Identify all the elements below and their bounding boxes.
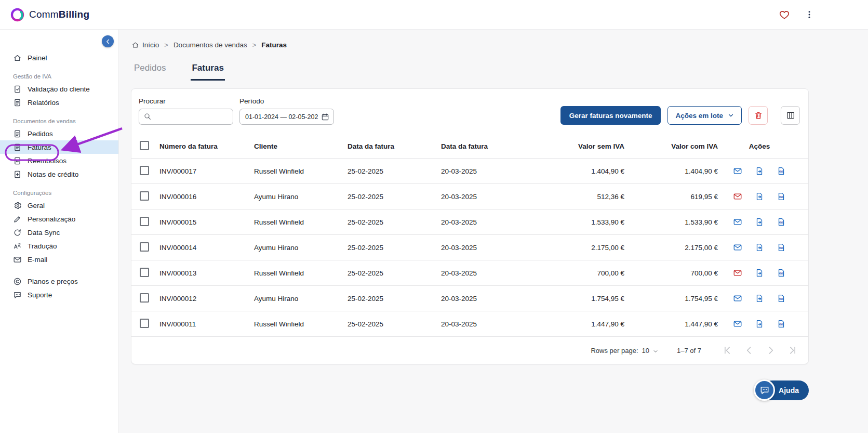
send-email-icon[interactable] (733, 166, 742, 176)
sidebar-item-reembolsos[interactable]: Reembolsos (0, 154, 118, 167)
row-checkbox[interactable] (140, 166, 149, 175)
table-row: INV/000011 Russell Winfield 25-02-2025 2… (131, 311, 808, 336)
export-file-icon[interactable] (755, 294, 764, 303)
xml-file-icon[interactable] (777, 166, 786, 176)
export-file-icon[interactable] (755, 319, 764, 329)
sidebar-item-faturas[interactable]: Faturas (0, 140, 118, 154)
xml-file-icon[interactable] (777, 217, 786, 227)
sidebar-item-email[interactable]: E-mail (0, 253, 118, 266)
header-gross-amount: Valor com IVA (625, 142, 719, 150)
row-checkbox[interactable] (140, 191, 149, 201)
delete-button[interactable] (749, 106, 768, 125)
header-net-amount: Valor sem IVA (535, 142, 625, 150)
sidebar-item-label: Geral (28, 202, 45, 209)
due-date: 20-03-2025 (441, 167, 535, 175)
sidebar-item-painel[interactable]: Painel (0, 51, 118, 64)
last-page-icon (787, 345, 798, 356)
sidebar-item-pedidos[interactable]: Pedidos (0, 127, 118, 140)
brand[interactable]: CommBilling (10, 8, 89, 22)
sidebar-item-label: Tradução (28, 242, 57, 250)
invoice-number: INV/000011 (159, 320, 254, 328)
regenerate-invoices-button[interactable]: Gerar faturas novamente (560, 106, 661, 125)
net-amount: 1.447,90 € (535, 320, 625, 328)
header-due-date: Data da fatura (441, 142, 535, 150)
breadcrumb-home-label: Início (142, 41, 159, 49)
export-file-icon[interactable] (755, 243, 764, 252)
previous-page-button[interactable] (744, 345, 754, 356)
xml-file-icon[interactable] (777, 319, 786, 329)
sidebar-item-notas-credito[interactable]: Notas de crédito (0, 167, 118, 181)
net-amount: 1.754,95 € (535, 295, 625, 303)
sidebar-item-geral[interactable]: Geral (0, 199, 118, 212)
help-button[interactable]: Ajuda (754, 379, 809, 401)
period-input[interactable]: 01-01-2024 — 02-05-202 (239, 109, 334, 125)
row-checkbox[interactable] (140, 242, 149, 252)
filter-row: Procurar Período 01-01-2024 — 02-05-202 … (131, 89, 808, 134)
send-email-icon[interactable] (733, 243, 742, 252)
gross-amount: 619,95 € (625, 193, 719, 201)
export-file-icon[interactable] (755, 166, 764, 176)
row-checkbox[interactable] (140, 268, 149, 277)
invoice-number: INV/000017 (159, 167, 254, 175)
export-file-icon[interactable] (755, 217, 764, 227)
period-label: Período (239, 97, 334, 105)
sidebar-item-traducao[interactable]: Tradução (0, 239, 118, 253)
sidebar-item-label: Suporte (28, 291, 52, 299)
sidebar-item-suporte[interactable]: Suporte (0, 288, 118, 301)
send-email-icon[interactable] (733, 294, 742, 303)
orders-document-icon (13, 129, 22, 138)
select-all-checkbox[interactable] (140, 141, 149, 150)
mail-icon (13, 255, 22, 264)
table-footer: Rows per page: 10 1–7 of 7 (131, 336, 808, 364)
next-page-button[interactable] (766, 345, 776, 356)
row-checkbox[interactable] (140, 319, 149, 328)
sidebar-item-data-sync[interactable]: Data Sync (0, 226, 118, 239)
row-actions (719, 268, 800, 278)
breadcrumb-home[interactable]: Início (131, 41, 159, 49)
gross-amount: 700,00 € (625, 269, 719, 277)
send-email-icon[interactable] (733, 217, 742, 227)
invoice-number: INV/000016 (159, 193, 254, 201)
sidebar-item-planos-precos[interactable]: Planos e preços (0, 274, 118, 288)
client-name: Russell Winfield (254, 269, 348, 277)
search-input[interactable] (139, 109, 233, 125)
row-actions (719, 217, 800, 227)
breadcrumb-middle[interactable]: Documentos de vendas (173, 41, 247, 49)
tab-faturas[interactable]: Faturas (191, 63, 224, 81)
favorites-heart-icon[interactable] (779, 9, 790, 20)
table-row: INV/000013 Russell Winfield 25-02-2025 2… (131, 260, 808, 285)
export-file-icon[interactable] (755, 268, 764, 278)
tab-pedidos[interactable]: Pedidos (133, 63, 167, 81)
header-invoice-number: Número da fatura (159, 142, 254, 150)
send-email-icon[interactable] (733, 319, 742, 329)
row-checkbox[interactable] (140, 293, 149, 303)
xml-file-icon[interactable] (777, 243, 786, 252)
invoice-date: 25-02-2025 (348, 167, 441, 175)
last-page-button[interactable] (787, 345, 798, 356)
row-actions (719, 319, 800, 329)
more-options-kebab-icon[interactable] (805, 9, 814, 20)
first-page-button[interactable] (722, 345, 732, 356)
xml-file-icon[interactable] (777, 268, 786, 278)
send-email-icon[interactable] (733, 192, 742, 201)
row-actions (719, 294, 800, 303)
table-header: Número da fatura Cliente Data da fatura … (131, 134, 808, 158)
xml-file-icon[interactable] (777, 294, 786, 303)
column-settings-button[interactable] (781, 106, 800, 125)
row-checkbox[interactable] (140, 217, 149, 226)
rows-per-page-select[interactable]: Rows per page: 10 (591, 347, 658, 355)
sidebar-collapse-button[interactable] (102, 35, 114, 47)
brush-icon (13, 215, 22, 224)
gross-amount: 1.404,90 € (625, 167, 719, 175)
sidebar-item-personalizacao[interactable]: Personalização (0, 212, 118, 226)
refund-document-icon (13, 156, 22, 165)
bulk-actions-button[interactable]: Ações em lote (667, 106, 742, 125)
sidebar-item-relatorios[interactable]: Relatórios (0, 96, 118, 109)
export-file-icon[interactable] (755, 192, 764, 201)
sidebar-item-validacao-cliente[interactable]: Validação do cliente (0, 82, 118, 96)
send-email-icon[interactable] (733, 268, 742, 278)
topbar-actions (779, 0, 814, 29)
topbar: CommBilling (0, 0, 868, 29)
due-date: 20-03-2025 (441, 320, 535, 328)
xml-file-icon[interactable] (777, 192, 786, 201)
